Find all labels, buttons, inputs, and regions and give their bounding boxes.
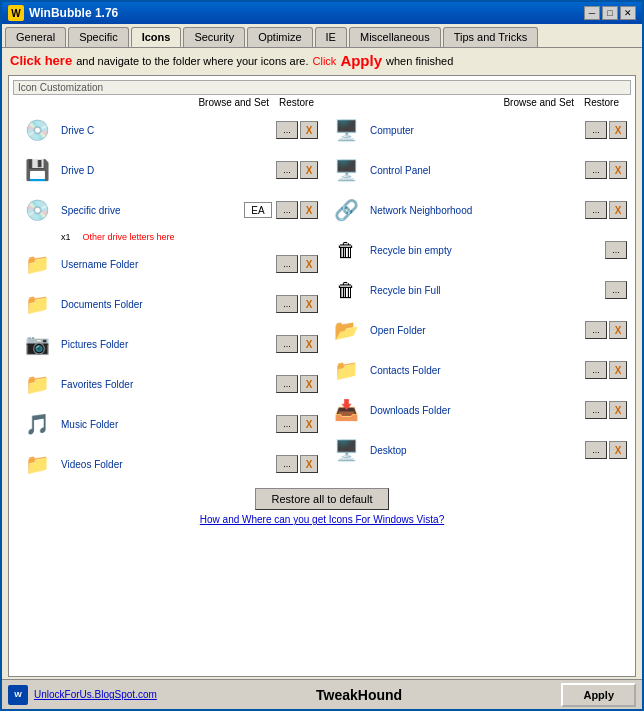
pictures-folder-controls: ... X bbox=[276, 335, 318, 353]
videos-folder-icon: 📁 bbox=[17, 446, 57, 482]
documents-folder-clear-button[interactable]: X bbox=[300, 295, 318, 313]
control-panel-browse-button[interactable]: ... bbox=[585, 161, 607, 179]
tab-security[interactable]: Security bbox=[183, 27, 245, 47]
username-folder-browse-button[interactable]: ... bbox=[276, 255, 298, 273]
recycle-full-icon: 🗑 bbox=[326, 272, 366, 308]
list-item: 💿 Drive C ... X bbox=[13, 110, 322, 150]
recycle-empty-browse-button[interactable]: ... bbox=[605, 241, 627, 259]
recycle-empty-icon: 🗑 bbox=[326, 232, 366, 268]
specific-drive-clear-button[interactable]: X bbox=[300, 201, 318, 219]
maximize-button[interactable]: □ bbox=[602, 6, 618, 20]
click-here-label: Click here bbox=[10, 53, 72, 68]
tab-misc[interactable]: Miscellaneous bbox=[349, 27, 441, 47]
drive-d-browse-button[interactable]: ... bbox=[276, 161, 298, 179]
drive-c-controls: ... X bbox=[276, 121, 318, 139]
favorites-folder-icon: 📁 bbox=[17, 366, 57, 402]
open-folder-clear-button[interactable]: X bbox=[609, 321, 627, 339]
downloads-folder-browse-button[interactable]: ... bbox=[585, 401, 607, 419]
control-panel-label: Control Panel bbox=[370, 165, 581, 176]
username-folder-clear-button[interactable]: X bbox=[300, 255, 318, 273]
music-folder-browse-button[interactable]: ... bbox=[276, 415, 298, 433]
pictures-folder-clear-button[interactable]: X bbox=[300, 335, 318, 353]
computer-browse-button[interactable]: ... bbox=[585, 121, 607, 139]
list-item: 🗑 Recycle bin Full ... bbox=[322, 270, 631, 310]
desktop-clear-button[interactable]: X bbox=[609, 441, 627, 459]
favorites-folder-browse-button[interactable]: ... bbox=[276, 375, 298, 393]
tab-general[interactable]: General bbox=[5, 27, 66, 47]
pictures-folder-browse-button[interactable]: ... bbox=[276, 335, 298, 353]
username-folder-label: Username Folder bbox=[61, 259, 272, 270]
recycle-empty-controls: ... bbox=[605, 241, 627, 259]
network-browse-button[interactable]: ... bbox=[585, 201, 607, 219]
computer-label: Computer bbox=[370, 125, 581, 136]
tab-ie[interactable]: IE bbox=[315, 27, 347, 47]
contacts-folder-browse-button[interactable]: ... bbox=[585, 361, 607, 379]
drive-d-controls: ... X bbox=[276, 161, 318, 179]
left-browse-header: Browse and Set bbox=[198, 97, 269, 108]
list-item: 📁 Documents Folder ... X bbox=[13, 284, 322, 324]
right-restore-header: Restore bbox=[584, 97, 619, 108]
computer-controls: ... X bbox=[585, 121, 627, 139]
music-folder-icon: 🎵 bbox=[17, 406, 57, 442]
left-icon-col: 💿 Drive C ... X 💾 Drive D ... X bbox=[13, 110, 322, 484]
network-controls: ... X bbox=[585, 201, 627, 219]
videos-folder-clear-button[interactable]: X bbox=[300, 455, 318, 473]
downloads-folder-clear-button[interactable]: X bbox=[609, 401, 627, 419]
drive-d-clear-button[interactable]: X bbox=[300, 161, 318, 179]
app-icon: W bbox=[8, 5, 24, 21]
specific-drive-browse-button[interactable]: ... bbox=[276, 201, 298, 219]
drive-d-icon: 💾 bbox=[17, 152, 57, 188]
status-bar: W UnlockForUs.BlogSpot.com TweakHound Ap… bbox=[2, 679, 642, 709]
documents-folder-browse-button[interactable]: ... bbox=[276, 295, 298, 313]
favorites-folder-label: Favorites Folder bbox=[61, 379, 272, 390]
desktop-icon: 🖥️ bbox=[326, 432, 366, 468]
drive-c-browse-button[interactable]: ... bbox=[276, 121, 298, 139]
recycle-full-label: Recycle bin Full bbox=[370, 285, 601, 296]
status-logo: W bbox=[8, 685, 28, 705]
right-browse-header: Browse and Set bbox=[503, 97, 574, 108]
open-folder-browse-button[interactable]: ... bbox=[585, 321, 607, 339]
list-item: 🎵 Music Folder ... X bbox=[13, 404, 322, 444]
main-window: W WinBubble 1.76 ─ □ ✕ General Specific … bbox=[0, 0, 644, 711]
tab-tips[interactable]: Tips and Tricks bbox=[443, 27, 539, 47]
network-icon: 🔗 bbox=[326, 192, 366, 228]
recycle-full-browse-button[interactable]: ... bbox=[605, 281, 627, 299]
favorites-folder-clear-button[interactable]: X bbox=[300, 375, 318, 393]
list-item: 📷 Pictures Folder ... X bbox=[13, 324, 322, 364]
list-item: 💿 Specific drive ... X x1 Other drive le… bbox=[13, 190, 322, 244]
instruction-rest: and navigate to the folder where your ic… bbox=[76, 55, 308, 67]
status-title: TweakHound bbox=[157, 687, 562, 703]
restore-all-button[interactable]: Restore all to default bbox=[255, 488, 390, 510]
apply-button[interactable]: Apply bbox=[561, 683, 636, 707]
list-item: 🖥️ Desktop ... X bbox=[322, 430, 631, 470]
control-panel-clear-button[interactable]: X bbox=[609, 161, 627, 179]
contacts-folder-icon: 📁 bbox=[326, 352, 366, 388]
status-left: W UnlockForUs.BlogSpot.com bbox=[8, 685, 157, 705]
other-drive-note: Other drive letters here bbox=[83, 232, 175, 242]
desktop-browse-button[interactable]: ... bbox=[585, 441, 607, 459]
specific-drive-input[interactable] bbox=[244, 202, 272, 218]
x1-note: x1 bbox=[61, 232, 71, 242]
downloads-folder-icon: 📥 bbox=[326, 392, 366, 428]
network-clear-button[interactable]: X bbox=[609, 201, 627, 219]
music-folder-controls: ... X bbox=[276, 415, 318, 433]
footer-link[interactable]: How and Where can you get Icons For Wind… bbox=[200, 514, 444, 525]
title-bar-left: W WinBubble 1.76 bbox=[8, 5, 118, 21]
computer-clear-button[interactable]: X bbox=[609, 121, 627, 139]
videos-folder-browse-button[interactable]: ... bbox=[276, 455, 298, 473]
tab-optimize[interactable]: Optimize bbox=[247, 27, 312, 47]
tab-specific[interactable]: Specific bbox=[68, 27, 129, 47]
drive-c-clear-button[interactable]: X bbox=[300, 121, 318, 139]
apply-arrow-label: Apply bbox=[340, 52, 382, 69]
drive-d-label: Drive D bbox=[61, 165, 272, 176]
favorites-folder-controls: ... X bbox=[276, 375, 318, 393]
minimize-button[interactable]: ─ bbox=[584, 6, 600, 20]
status-site-link[interactable]: UnlockForUs.BlogSpot.com bbox=[34, 689, 157, 700]
tab-icons[interactable]: Icons bbox=[131, 27, 182, 47]
left-restore-header: Restore bbox=[279, 97, 314, 108]
music-folder-clear-button[interactable]: X bbox=[300, 415, 318, 433]
close-button[interactable]: ✕ bbox=[620, 6, 636, 20]
desktop-controls: ... X bbox=[585, 441, 627, 459]
instruction-bar: Click here and navigate to the folder wh… bbox=[2, 48, 642, 73]
contacts-folder-clear-button[interactable]: X bbox=[609, 361, 627, 379]
